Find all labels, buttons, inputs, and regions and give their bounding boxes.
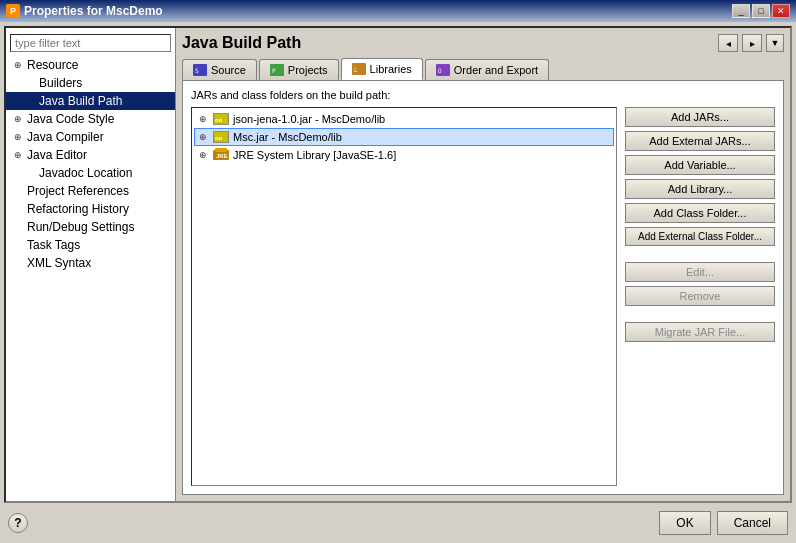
- path-item-3[interactable]: ⊕ JRE JRE System Library [JavaSE-1.6]: [194, 146, 614, 164]
- tab-order-label: Order and Export: [454, 64, 538, 76]
- path-item-label: JRE System Library [JavaSE-1.6]: [233, 149, 396, 161]
- add-external-class-folder-button[interactable]: Add External Class Folder...: [625, 227, 775, 246]
- sidebar-item-java-build-path[interactable]: Java Build Path: [6, 92, 175, 110]
- svg-text:JRE: JRE: [216, 153, 228, 159]
- svg-text:S: S: [195, 67, 199, 74]
- right-buttons: Add JARs... Add External JARs... Add Var…: [625, 107, 775, 486]
- tab-libraries-label: Libraries: [370, 63, 412, 75]
- sidebar-item-javadoc[interactable]: Javadoc Location: [6, 164, 175, 182]
- libraries-tab-icon: L: [352, 62, 366, 76]
- sidebar-item-task-tags[interactable]: Task Tags: [6, 236, 175, 254]
- expand-icon: ⊕: [199, 132, 209, 142]
- tab-source-label: Source: [211, 64, 246, 76]
- bottom-area: ? OK Cancel: [4, 503, 792, 539]
- title-bar: P Properties for MscDemo _ □ ✕: [0, 0, 796, 22]
- migrate-jar-button[interactable]: Migrate JAR File...: [625, 322, 775, 342]
- edit-button[interactable]: Edit...: [625, 262, 775, 282]
- sidebar-item-label: XML Syntax: [27, 256, 91, 270]
- jre-icon: JRE: [213, 149, 229, 161]
- sidebar-item-label: Refactoring History: [27, 202, 129, 216]
- right-panel: Java Build Path ◂ ▸ ▼ S Source: [176, 28, 790, 501]
- list-and-buttons: ⊕ oo json-jena-1.0.jar - MscDemo/lib ⊕: [191, 107, 775, 486]
- svg-text:P: P: [272, 67, 276, 74]
- sidebar-item-label: Project References: [27, 184, 129, 198]
- svg-text:oo: oo: [215, 134, 223, 141]
- expand-icon: ⊕: [14, 114, 24, 124]
- sidebar-item-project-references[interactable]: Project References: [6, 182, 175, 200]
- close-button[interactable]: ✕: [772, 4, 790, 18]
- sidebar-item-label: Run/Debug Settings: [27, 220, 134, 234]
- bottom-buttons: OK Cancel: [659, 511, 788, 535]
- sidebar-item-label: Resource: [27, 58, 78, 72]
- content-area: ⊕ Resource Builders Java Build Path ⊕ Ja…: [4, 26, 792, 503]
- tab-bar: S Source P Projects: [182, 58, 784, 80]
- tab-libraries[interactable]: L Libraries: [341, 58, 423, 80]
- tab-projects-label: Projects: [288, 64, 328, 76]
- path-item-1[interactable]: ⊕ oo json-jena-1.0.jar - MscDemo/lib: [194, 110, 614, 128]
- tab-projects[interactable]: P Projects: [259, 59, 339, 80]
- expand-icon: ⊕: [14, 132, 24, 142]
- svg-text:oo: oo: [215, 116, 223, 123]
- order-tab-icon: O: [436, 63, 450, 77]
- add-class-folder-button[interactable]: Add Class Folder...: [625, 203, 775, 223]
- add-variable-button[interactable]: Add Variable...: [625, 155, 775, 175]
- sidebar-item-refactoring[interactable]: Refactoring History: [6, 200, 175, 218]
- add-jars-button[interactable]: Add JARs...: [625, 107, 775, 127]
- sidebar-item-label: Task Tags: [27, 238, 80, 252]
- title-bar-left: P Properties for MscDemo: [6, 4, 163, 18]
- sidebar-item-resource[interactable]: ⊕ Resource: [6, 56, 175, 74]
- sidebar-item-label: Javadoc Location: [39, 166, 132, 180]
- filter-input[interactable]: [10, 34, 171, 52]
- window-controls[interactable]: _ □ ✕: [732, 4, 790, 18]
- sidebar-item-java-compiler[interactable]: ⊕ Java Compiler: [6, 128, 175, 146]
- back-arrow[interactable]: ◂: [718, 34, 738, 52]
- add-library-button[interactable]: Add Library...: [625, 179, 775, 199]
- sidebar-item-label: Java Code Style: [27, 112, 114, 126]
- tab-source[interactable]: S Source: [182, 59, 257, 80]
- path-item-label: json-jena-1.0.jar - MscDemo/lib: [233, 113, 385, 125]
- sidebar-item-java-editor[interactable]: ⊕ Java Editor: [6, 146, 175, 164]
- sidebar-item-xml-syntax[interactable]: XML Syntax: [6, 254, 175, 272]
- expand-icon: ⊕: [199, 114, 209, 124]
- maximize-button[interactable]: □: [752, 4, 770, 18]
- main-container: ⊕ Resource Builders Java Build Path ⊕ Ja…: [0, 22, 796, 543]
- sidebar-item-label: Java Build Path: [39, 94, 122, 108]
- sidebar-item-run-debug[interactable]: Run/Debug Settings: [6, 218, 175, 236]
- sidebar-item-label: Java Editor: [27, 148, 87, 162]
- add-external-jars-button[interactable]: Add External JARs...: [625, 131, 775, 151]
- path-item-2[interactable]: ⊕ oo Msc.jar - MscDemo/lib: [194, 128, 614, 146]
- expand-icon: ⊕: [14, 150, 24, 160]
- svg-rect-13: [215, 148, 227, 152]
- remove-button[interactable]: Remove: [625, 286, 775, 306]
- expand-icon: ⊕: [14, 60, 24, 70]
- jar-icon: oo: [213, 131, 229, 143]
- tab-order-export[interactable]: O Order and Export: [425, 59, 549, 80]
- sidebar-item-label: Builders: [39, 76, 82, 90]
- projects-tab-icon: P: [270, 63, 284, 77]
- cancel-button[interactable]: Cancel: [717, 511, 788, 535]
- sidebar-item-java-code-style[interactable]: ⊕ Java Code Style: [6, 110, 175, 128]
- forward-arrow[interactable]: ▸: [742, 34, 762, 52]
- nav-arrows: ◂ ▸ ▼: [718, 34, 784, 52]
- nav-dropdown[interactable]: ▼: [766, 34, 784, 52]
- source-tab-icon: S: [193, 63, 207, 77]
- build-path-list: ⊕ oo json-jena-1.0.jar - MscDemo/lib ⊕: [191, 107, 617, 486]
- tab-content: JARs and class folders on the build path…: [182, 80, 784, 495]
- left-panel: ⊕ Resource Builders Java Build Path ⊕ Ja…: [6, 28, 176, 501]
- sidebar-item-builders[interactable]: Builders: [6, 74, 175, 92]
- jar-icon: oo: [213, 113, 229, 125]
- svg-text:O: O: [438, 67, 442, 74]
- panel-title: Java Build Path: [182, 34, 301, 52]
- tab-description: JARs and class folders on the build path…: [191, 89, 775, 101]
- path-item-label: Msc.jar - MscDemo/lib: [233, 131, 342, 143]
- svg-text:L: L: [354, 66, 358, 73]
- app-icon: P: [6, 4, 20, 18]
- window-title: Properties for MscDemo: [24, 4, 163, 18]
- sidebar-item-label: Java Compiler: [27, 130, 104, 144]
- help-button[interactable]: ?: [8, 513, 28, 533]
- expand-icon: ⊕: [199, 150, 209, 160]
- minimize-button[interactable]: _: [732, 4, 750, 18]
- ok-button[interactable]: OK: [659, 511, 710, 535]
